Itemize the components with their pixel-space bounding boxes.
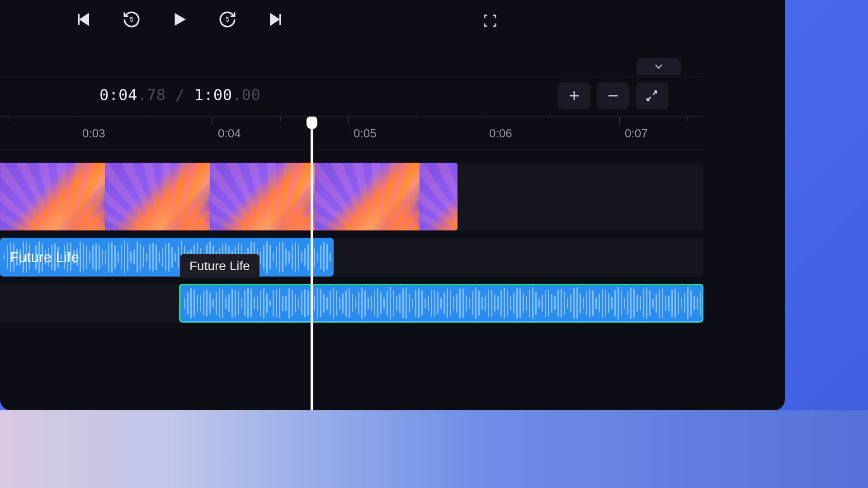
video-thumbnail	[210, 163, 315, 230]
svg-marker-1	[80, 14, 89, 25]
audio-clip-1[interactable]: Future Life	[0, 238, 334, 277]
fullscreen-button[interactable]	[479, 10, 501, 32]
video-thumbnail	[420, 163, 458, 230]
desktop-wallpaper	[0, 410, 868, 488]
ruler-tick-label: 0:03	[82, 127, 105, 141]
zoom-out-button[interactable]	[597, 82, 629, 109]
audio-clip-2-selected[interactable]	[179, 284, 703, 323]
collapse-panel-tab[interactable]	[637, 58, 681, 75]
current-time-fraction: .78	[137, 86, 166, 104]
forward-5s-button[interactable]: 5	[216, 8, 239, 31]
ruler-tick-label: 0:07	[625, 127, 648, 141]
ruler-tick-label: 0:06	[489, 127, 512, 141]
audio-track-1[interactable]: Future Life	[0, 238, 703, 277]
svg-text:5: 5	[130, 16, 133, 23]
video-thumbnail	[105, 163, 210, 230]
time-separator: /	[166, 86, 194, 104]
zoom-in-button[interactable]	[558, 82, 590, 109]
timeline-ruler[interactable]: 0:03 0:04 0:05 0:06 0:07	[0, 117, 703, 150]
tooltip-text: Future Life	[189, 259, 250, 273]
playhead[interactable]	[311, 117, 313, 410]
playback-controls: 5 5	[72, 8, 287, 31]
video-editor-window: 5 5 0:04.78 / 1:00.00	[0, 0, 785, 410]
video-clip[interactable]	[0, 163, 458, 230]
current-time: 0:04	[99, 86, 137, 104]
timeline-tracks: Future Life	[0, 163, 703, 323]
svg-marker-3	[175, 13, 186, 26]
svg-text:5: 5	[226, 16, 229, 23]
skip-forward-button[interactable]	[264, 8, 287, 31]
zoom-controls	[558, 82, 668, 109]
ruler-tick-label: 0:05	[354, 127, 377, 141]
total-time: 1:00	[194, 86, 232, 104]
video-thumbnail	[0, 163, 105, 230]
audio-track-2[interactable]	[0, 284, 703, 323]
time-display: 0:04.78 / 1:00.00	[99, 86, 261, 104]
skip-back-button[interactable]	[72, 8, 95, 31]
total-time-fraction: .00	[232, 86, 261, 104]
svg-marker-5	[271, 14, 279, 25]
rewind-5s-button[interactable]: 5	[120, 8, 143, 31]
waveform-icon	[180, 285, 702, 321]
video-thumbnail	[315, 163, 420, 230]
video-track[interactable]	[0, 163, 703, 230]
play-button[interactable]	[168, 8, 191, 31]
ruler-tick-label: 0:04	[218, 127, 241, 141]
clip-tooltip: Future Life	[180, 254, 259, 278]
zoom-fit-button[interactable]	[636, 82, 668, 109]
audio-clip-label: Future Life	[10, 249, 79, 266]
